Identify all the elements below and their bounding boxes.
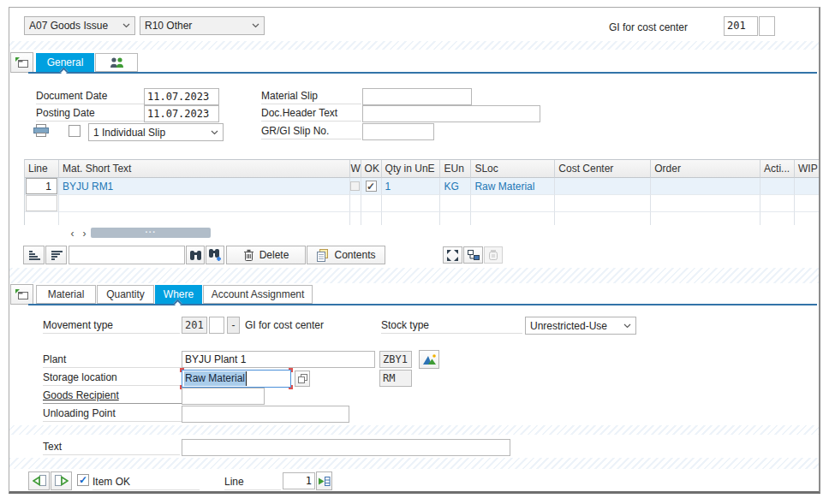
print-checkbox[interactable]: [69, 125, 81, 137]
jump-to-line-button[interactable]: [316, 471, 332, 490]
line-spinner[interactable]: 1: [283, 472, 315, 489]
row-selector[interactable]: 1: [25, 178, 59, 195]
sort-ascending-icon: [27, 250, 40, 261]
cell-qty[interactable]: 1: [382, 178, 441, 195]
unloading-point-field[interactable]: [182, 406, 349, 423]
material-slip-field[interactable]: [362, 88, 472, 105]
storage-location-code-field: RM: [379, 370, 412, 387]
movement-type-ext-header-field[interactable]: [759, 16, 775, 36]
goods-recipient-field[interactable]: [182, 388, 265, 405]
ok-checkbox: ✓: [366, 181, 377, 192]
expand-arrows-icon: [447, 250, 458, 261]
tab-material[interactable]: Material: [36, 285, 96, 304]
delete-button[interactable]: Delete: [226, 246, 306, 264]
cell-sloc[interactable]: Raw Material: [471, 178, 555, 195]
col-qty-in-une[interactable]: Qty in UnE: [382, 160, 441, 178]
items-table-header: Line Mat. Short Text W OK Qty in UnE EUn…: [25, 160, 820, 178]
plant-field[interactable]: BYJU Plant 1: [182, 351, 375, 368]
col-acti[interactable]: Acti...: [760, 160, 795, 178]
col-mat-short-text[interactable]: Mat. Short Text: [59, 160, 350, 178]
binoculars-icon: [189, 250, 202, 261]
cell-mat-short-text[interactable]: BYJU RM1: [59, 178, 350, 195]
col-order[interactable]: Order: [651, 160, 760, 178]
cell-w-checkbox[interactable]: [350, 178, 361, 195]
reference-select-value: R10 Other: [145, 20, 252, 32]
horizontal-scrollbar-thumb[interactable]: ···: [91, 228, 211, 238]
plant-code-field: ZBY1: [379, 351, 412, 368]
stock-type-select[interactable]: Unrestricted-Use: [525, 317, 636, 335]
trash-icon: [243, 249, 254, 262]
previous-item-icon: [33, 475, 46, 487]
table-row-empty: [25, 195, 820, 212]
goods-recipient-label[interactable]: Goods Recipient: [43, 388, 182, 404]
tab-partners[interactable]: [95, 53, 138, 72]
cell-acti[interactable]: [760, 178, 795, 195]
gi-for-cost-center-label: GI for cost center: [516, 21, 688, 36]
document-date-field[interactable]: 11.07.2023: [144, 88, 219, 105]
plant-label: Plant: [43, 353, 182, 368]
contents-button-label: Contents: [334, 249, 375, 261]
col-cost-center[interactable]: Cost Center: [555, 160, 651, 178]
text-field[interactable]: [182, 439, 510, 456]
gr-gi-slip-field[interactable]: [362, 123, 434, 140]
gr-gi-slip-label: GR/GI Slip No.: [261, 124, 361, 139]
fullscreen-toggle-button[interactable]: [443, 246, 462, 264]
movement-type-header-field[interactable]: 201: [724, 16, 758, 36]
find-next-button[interactable]: [206, 246, 224, 264]
col-w[interactable]: W: [350, 160, 361, 178]
cell-cost-center[interactable]: [555, 178, 651, 195]
text-label: Text: [43, 440, 180, 455]
delete-button-label: Delete: [259, 249, 289, 261]
cell-ok-checkbox[interactable]: ✓: [361, 178, 382, 195]
mountain-chart-icon: [421, 353, 437, 366]
cell-eun[interactable]: KG: [440, 178, 471, 195]
col-sloc[interactable]: SLoc: [471, 160, 555, 178]
material-slip-label: Material Slip: [261, 89, 361, 104]
sort-ascending-button[interactable]: [23, 246, 45, 264]
sort-descending-button[interactable]: [45, 246, 67, 264]
posting-date-field[interactable]: 11.07.2023: [144, 105, 219, 122]
folder-collapse-icon: [15, 288, 29, 301]
scroll-right-arrow[interactable]: ›: [79, 228, 90, 239]
find-button[interactable]: [186, 246, 205, 264]
cell-order[interactable]: [651, 178, 760, 195]
arrow-to-grid-icon: [318, 476, 331, 487]
transaction-window: A07 Goods Issue R10 Other GI for cost ce…: [9, 7, 820, 494]
tab-account-assignment-label: Account Assignment: [212, 288, 305, 300]
item-ok-checkbox[interactable]: ✓: [77, 474, 89, 486]
distribute-button[interactable]: [463, 246, 483, 264]
scroll-left-arrow[interactable]: ‹: [67, 228, 78, 239]
overview-tab-underline: [28, 72, 817, 74]
close-overview-button[interactable]: [10, 52, 33, 73]
storage-location-field[interactable]: Raw Material: [182, 370, 291, 388]
action-select[interactable]: A07 Goods Issue: [24, 16, 135, 35]
partners-icon: [109, 56, 125, 68]
binoculars-plus-icon: [208, 249, 222, 261]
tab-material-label: Material: [48, 288, 85, 300]
col-wip-batch[interactable]: WIP Bat: [795, 160, 820, 178]
previous-item-button[interactable]: [28, 471, 50, 490]
movement-type-ext-field[interactable]: [209, 317, 224, 334]
tab-account-assignment[interactable]: Account Assignment: [203, 285, 313, 304]
doc-header-text-field[interactable]: [362, 105, 540, 122]
close-detail-button[interactable]: [10, 284, 33, 305]
reference-select[interactable]: R10 Other: [140, 16, 265, 35]
printer-icon: [33, 124, 49, 138]
row-selector[interactable]: [25, 195, 59, 212]
table-row: 1 BYJU RM1 ✓ 1 KG Raw Material: [25, 178, 820, 195]
container-icon: [488, 249, 498, 261]
hold-button[interactable]: [484, 246, 503, 264]
col-line[interactable]: Line: [25, 160, 59, 178]
contents-button[interactable]: Contents: [307, 246, 385, 264]
slip-select[interactable]: 1 Individual Slip: [88, 123, 224, 141]
find-input[interactable]: [69, 246, 185, 264]
storage-location-label: Storage location: [43, 371, 182, 386]
col-ok[interactable]: OK: [361, 160, 382, 178]
matchcode-button[interactable]: [295, 371, 310, 387]
stock-overview-button[interactable]: [419, 350, 439, 369]
next-item-button[interactable]: [51, 471, 72, 490]
print-button[interactable]: [33, 124, 49, 138]
col-eun[interactable]: EUn: [440, 160, 471, 178]
cell-wip-batch[interactable]: [795, 178, 820, 195]
tab-quantity[interactable]: Quantity: [97, 285, 154, 304]
